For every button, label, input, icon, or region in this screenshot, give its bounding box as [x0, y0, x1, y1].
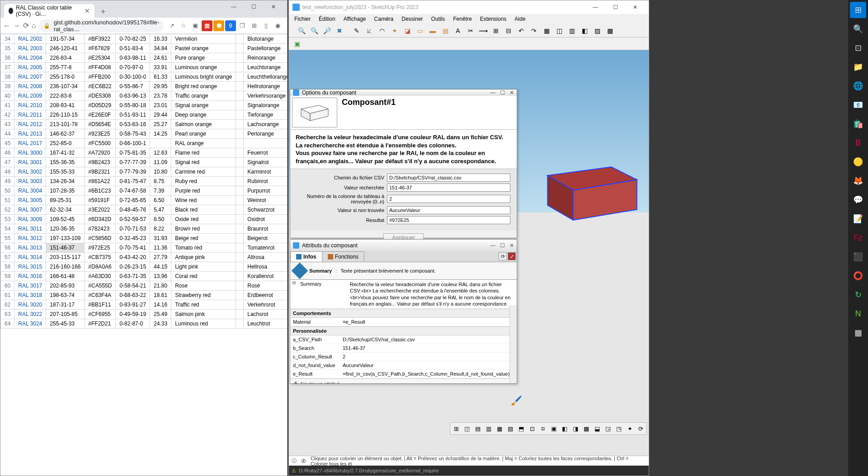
ext-copy-icon[interactable]: ❐ [237, 20, 248, 31]
attr-scrollbar[interactable] [509, 305, 517, 383]
zoom-icon[interactable]: 🔎 [321, 25, 332, 36]
menu-item[interactable]: Caméra [371, 15, 397, 23]
minimize-button[interactable]: — [585, 1, 605, 14]
attr-val-col[interactable]: 2▤ [340, 353, 517, 361]
hide-icon[interactable]: ✖ [334, 25, 345, 36]
collapse-icon[interactable]: ⊖ [290, 280, 297, 286]
protractor-icon[interactable]: ◠ [377, 25, 387, 36]
refresh-icon[interactable]: ⟳ [499, 252, 507, 260]
zoom-extents-icon[interactable]: 🔍 [296, 25, 307, 36]
tool2-icon[interactable]: ⟿ [478, 25, 489, 36]
menu-item[interactable]: Édition [315, 15, 339, 23]
target-icon[interactable]: ⦿ [301, 458, 306, 464]
menu-item[interactable]: Fenêtre [449, 15, 475, 23]
tray-icon[interactable]: ⬒ [516, 424, 526, 434]
taskview-icon[interactable]: ⊡ [850, 40, 866, 56]
minimize-button[interactable]: — [224, 0, 244, 13]
3dtext-icon[interactable]: A [453, 25, 463, 36]
attr-val-material[interactable]: =e_Result▤ [340, 318, 517, 326]
panel-titlebar[interactable]: Options du composant — ☐ ✕ [290, 90, 517, 96]
notepad-icon[interactable]: N [850, 306, 866, 322]
menu-item[interactable]: Dessiner [398, 15, 426, 23]
profile-icon[interactable]: ◉ [272, 20, 283, 31]
new-tab-button[interactable]: + [97, 6, 109, 18]
search-icon[interactable]: 🔍 [850, 21, 866, 37]
windows-start-icon[interactable]: ⊞ [850, 2, 866, 18]
close-tab-icon[interactable]: ✕ [85, 7, 90, 14]
tray-icon[interactable]: ⬓ [592, 424, 602, 434]
maximize-icon[interactable]: ☐ [500, 90, 505, 96]
tray-icon[interactable]: ✦ [625, 424, 635, 434]
browser-tab[interactable]: RAL Classic color table (CSV) · Gi… ✕ [4, 4, 94, 18]
attr-val-search[interactable]: 151-46-37▤ [340, 344, 517, 352]
undo-icon[interactable]: ↶ [516, 25, 527, 36]
zoom-window-icon[interactable]: 🔍 [309, 25, 320, 36]
attr-val-summary[interactable]: Recherche la veleur hexadecimale d'une c… [347, 280, 517, 308]
ext-box-icon[interactable]: ▯ [260, 20, 271, 31]
tray-icon[interactable]: ◨ [571, 424, 580, 434]
tray-icon[interactable]: ◲ [603, 424, 613, 434]
model-box[interactable] [540, 154, 644, 226]
menu-item[interactable]: Affichage [340, 15, 370, 23]
menu-item[interactable]: Fichier [291, 15, 314, 23]
tool9-icon[interactable]: ▨ [592, 25, 603, 36]
box3-icon[interactable]: ▤ [440, 25, 451, 36]
tool3-icon[interactable]: ⊞ [491, 25, 501, 36]
gist-content[interactable]: 34RAL 2002191-57-34#BF39220-70-82-2516.3… [0, 34, 287, 476]
store-icon[interactable]: 🛍️ [850, 116, 866, 132]
sketchup-viewport[interactable]: 🖌️ Options du composant — ☐ ✕ Composant#… [289, 50, 649, 456]
eraser-icon[interactable]: ◪ [402, 25, 413, 36]
edge-icon[interactable]: 🌐 [850, 78, 866, 94]
axes-icon[interactable]: ✦ [389, 25, 400, 36]
tray-icon[interactable]: ⊡ [527, 424, 537, 434]
redo-icon[interactable]: ↷ [528, 25, 539, 36]
forward-button[interactable]: → [13, 20, 20, 32]
menu-item[interactable]: Outils [428, 15, 449, 23]
tool5-icon[interactable]: ▦ [541, 25, 552, 36]
tool6-icon[interactable]: ◫ [554, 25, 565, 36]
app-icon[interactable]: ↻ [850, 287, 866, 303]
col-input[interactable] [387, 195, 510, 203]
tray-icon[interactable]: ▥ [484, 424, 494, 434]
mail-icon[interactable]: 📧 [850, 97, 866, 113]
tray-icon[interactable]: ▣ [549, 424, 559, 434]
component-icon[interactable]: ▣ [292, 38, 302, 49]
box2-icon[interactable]: ▬ [427, 25, 438, 36]
tray-icon[interactable]: ◧ [560, 424, 570, 434]
explorer-icon[interactable]: 📁 [850, 59, 866, 75]
search-input[interactable] [387, 184, 510, 192]
minimize-icon[interactable]: — [490, 242, 495, 249]
tray-icon[interactable]: ⊞ [451, 424, 461, 434]
tool10-icon[interactable]: ▩ [604, 25, 615, 36]
path-input[interactable] [387, 174, 510, 182]
maximize-icon[interactable]: ☐ [500, 242, 505, 249]
app-icon[interactable]: 📝 [850, 211, 866, 227]
close-button[interactable]: ✕ [625, 1, 645, 14]
panel-titlebar[interactable]: Attributs du composant — ☐ ✕ [290, 240, 517, 251]
back-button[interactable]: ← [3, 20, 10, 32]
menu-item[interactable]: Aide [511, 15, 529, 23]
tray-icon[interactable]: ◳ [614, 424, 624, 434]
discord-icon[interactable]: 💬 [850, 192, 866, 208]
address-bar[interactable]: 🔒 gist.github.com/lunohodov/1995178#file… [39, 19, 164, 32]
tray-icon[interactable]: ▤ [473, 424, 483, 434]
attr-val-result[interactable]: =find_in_csv(a_CSV_Path,b_Search,c_Colum… [340, 370, 517, 378]
tool1-icon[interactable]: ✂ [465, 25, 476, 36]
tray-icon[interactable]: ▩ [581, 424, 591, 434]
app-icon[interactable]: B [850, 135, 866, 151]
tray-icon[interactable]: ⟳ [636, 424, 646, 434]
maximize-button[interactable]: ☐ [244, 0, 264, 13]
video-icon[interactable]: ▣ [190, 20, 201, 31]
attr-val-notfound[interactable]: AucuneValeur▤ [340, 361, 517, 369]
ext-puzzle-icon[interactable]: ⊞ [249, 20, 259, 31]
tab-infos[interactable]: Infos [290, 251, 322, 262]
tool8-icon[interactable]: ◧ [579, 25, 590, 36]
close-icon[interactable]: ✕ [509, 90, 514, 96]
app-icon[interactable]: ▦ [850, 325, 866, 341]
ext-red-icon[interactable]: ▦ [202, 20, 212, 31]
add-attribute-row[interactable]: ✚Ajouter un attribut [290, 378, 517, 383]
firefox-icon[interactable]: 🦊 [850, 173, 866, 189]
app-icon[interactable]: ⭕ [850, 268, 866, 284]
share-icon[interactable]: ↗ [166, 20, 177, 31]
pencil-icon[interactable]: ✎ [351, 25, 362, 36]
